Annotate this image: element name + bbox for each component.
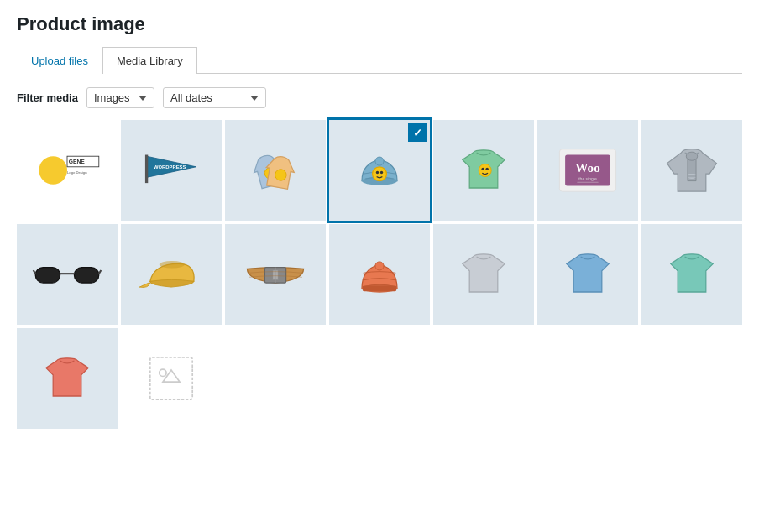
svg-rect-24 (74, 268, 98, 283)
media-thumbnail (537, 224, 638, 325)
media-item[interactable] (17, 224, 118, 325)
media-thumbnail (329, 224, 430, 325)
svg-line-27 (99, 270, 102, 274)
media-item[interactable] (225, 224, 326, 325)
svg-rect-34 (363, 285, 396, 291)
svg-text:Woo: Woo (575, 161, 599, 175)
media-item[interactable]: GENE Logo Design (17, 120, 118, 221)
dialog-title: Product image (17, 13, 742, 35)
svg-point-37 (160, 369, 166, 376)
media-thumbnail (641, 120, 742, 221)
filter-bar: Filter media Images Audio Video All date… (17, 87, 742, 108)
media-thumbnail (433, 120, 534, 221)
media-thumbnail: Woo the single (537, 120, 638, 221)
media-thumbnail: WORDPRESS (121, 120, 222, 221)
svg-point-11 (373, 167, 387, 181)
svg-point-12 (376, 171, 379, 174)
svg-point-14 (479, 164, 491, 176)
media-item[interactable] (225, 120, 326, 221)
media-thumbnail: GENE Logo Design (17, 120, 118, 221)
svg-point-28 (160, 261, 185, 268)
media-thumbnail (433, 224, 534, 325)
tab-library[interactable]: Media Library (102, 47, 197, 74)
media-item-selected[interactable]: ✓ (329, 120, 430, 221)
tab-upload[interactable]: Upload files (17, 47, 102, 74)
media-item[interactable] (641, 224, 742, 325)
media-thumbnail (225, 120, 326, 221)
svg-point-15 (481, 168, 484, 170)
media-grid: GENE Logo Design WORDPRESS (17, 120, 742, 429)
svg-text:WORDPRESS: WORDPRESS (154, 164, 186, 170)
svg-text:Logo Design: Logo Design (67, 170, 87, 175)
media-item[interactable] (641, 120, 742, 221)
media-thumbnail (121, 224, 222, 325)
svg-point-13 (380, 171, 383, 174)
media-item-placeholder[interactable] (121, 328, 222, 429)
media-item[interactable] (121, 224, 222, 325)
product-image-dialog: Product image Upload files Media Library… (0, 0, 759, 442)
svg-point-33 (375, 262, 384, 270)
svg-rect-23 (35, 268, 60, 283)
media-thumbnail (121, 328, 222, 429)
media-item[interactable] (537, 224, 638, 325)
media-item[interactable]: Woo the single (537, 120, 638, 221)
tab-bar: Upload files Media Library (17, 47, 742, 74)
svg-rect-6 (145, 155, 148, 184)
filter-label: Filter media (17, 91, 78, 104)
svg-text:the single: the single (578, 176, 597, 181)
media-item[interactable] (17, 328, 118, 429)
media-thumbnail (17, 224, 118, 325)
filter-date-select[interactable]: All dates January 2024 February 2024 (163, 87, 266, 108)
svg-point-22 (686, 152, 697, 160)
svg-rect-35 (150, 357, 192, 399)
media-thumbnail (641, 224, 742, 325)
svg-point-10 (375, 157, 384, 165)
media-thumbnail (17, 328, 118, 429)
filter-type-select[interactable]: Images Audio Video (86, 87, 154, 108)
media-item[interactable] (329, 224, 430, 325)
svg-point-16 (486, 168, 489, 170)
svg-line-26 (34, 270, 36, 274)
media-item[interactable] (433, 120, 534, 221)
svg-point-0 (39, 156, 67, 185)
svg-text:GENE: GENE (69, 159, 86, 164)
media-item[interactable]: WORDPRESS (121, 120, 222, 221)
selected-checkmark: ✓ (408, 123, 427, 142)
media-item[interactable] (433, 224, 534, 325)
media-thumbnail (225, 224, 326, 325)
